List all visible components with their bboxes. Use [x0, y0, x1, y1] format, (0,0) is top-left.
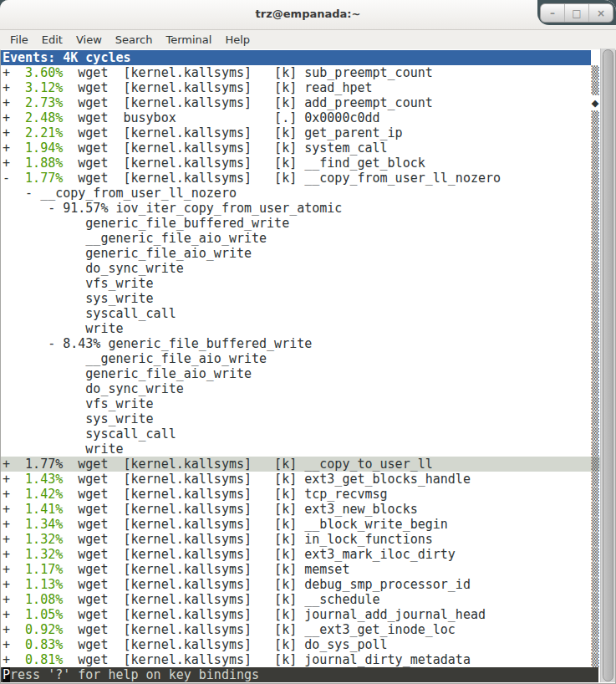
- perf-scroll-track-icon: ▒: [591, 426, 598, 442]
- perf-row-ext3_new_blocks[interactable]: + 1.41% wget [kernel.kallsyms] [k] ext3_…: [3, 502, 615, 517]
- expander-icon: +: [3, 156, 10, 171]
- menu-help[interactable]: Help: [218, 32, 257, 48]
- minimize-button[interactable]: –: [541, 4, 564, 22]
- perf-row-get_parent_ip[interactable]: + 2.21% wget [kernel.kallsyms] [k] get_p…: [3, 125, 615, 140]
- overhead-percent: 2.73%: [10, 95, 63, 110]
- overhead-percent: 1.77%: [10, 457, 63, 472]
- callchain-row[interactable]: sys_write▒: [3, 291, 615, 306]
- perf-scroll-track-icon: ▒: [591, 607, 598, 622]
- callchain-row[interactable]: __generic_file_aio_write▒: [3, 231, 615, 246]
- perf-row-sub_preempt_count[interactable]: + 3.60% wget [kernel.kallsyms] [k] sub_p…: [3, 65, 615, 80]
- perf-scroll-track-icon: ▒: [591, 637, 598, 652]
- menu-file[interactable]: File: [3, 32, 35, 48]
- perf-scroll-track-icon: ▒: [591, 517, 598, 532]
- callchain-row[interactable]: __generic_file_aio_write▒: [3, 351, 615, 366]
- menu-edit[interactable]: Edit: [35, 32, 69, 48]
- perf-row-add_preempt_count[interactable]: + 2.73% wget [kernel.kallsyms] [k] add_p…: [3, 95, 615, 110]
- perf-scroll-position-icon: ◆: [591, 95, 598, 110]
- perf-row-read_hpet[interactable]: + 3.12% wget [kernel.kallsyms] [k] read_…: [3, 80, 615, 95]
- overhead-percent: 3.12%: [10, 80, 63, 95]
- perf-row-ext3_mark_iloc_dirty[interactable]: + 1.32% wget [kernel.kallsyms] [k] ext3_…: [3, 547, 615, 562]
- expander-icon: +: [3, 622, 10, 637]
- callchain-row[interactable]: do_sync_write▒: [3, 381, 615, 396]
- menu-terminal[interactable]: Terminal: [159, 32, 218, 48]
- perf-row-tcp_recvmsg[interactable]: + 1.42% wget [kernel.kallsyms] [k] tcp_r…: [3, 487, 615, 502]
- callchain-text: generic_file_aio_write: [3, 366, 252, 381]
- callchain-row[interactable]: write▒: [3, 442, 615, 457]
- callchain-row[interactable]: sys_write▒: [3, 411, 615, 426]
- perf-row-__block_write_begin[interactable]: + 1.34% wget [kernel.kallsyms] [k] __blo…: [3, 517, 615, 532]
- expander-icon: -: [3, 171, 10, 186]
- expander-icon: +: [3, 637, 10, 652]
- terminal-scrollbar[interactable]: [600, 48, 615, 682]
- expander-icon: +: [3, 140, 10, 156]
- overhead-percent: 1.88%: [10, 156, 63, 171]
- perf-row-__copy_from_user_ll_nozero[interactable]: - 1.77% wget [kernel.kallsyms] [k] __cop…: [3, 171, 615, 186]
- callchain-row[interactable]: generic_file_aio_write▒: [3, 366, 615, 381]
- callchain-text: do_sync_write: [3, 261, 184, 276]
- perf-row-0x0000c0dd[interactable]: + 2.48% wget busybox [.] 0x0000c0dd▒: [3, 110, 615, 125]
- expander-icon: +: [3, 562, 10, 577]
- symbol-text: wget [kernel.kallsyms] [k] ext3_new_bloc…: [63, 502, 417, 517]
- overhead-percent: 1.41%: [10, 502, 63, 517]
- callchain-row[interactable]: syscall_call▒: [3, 306, 615, 321]
- titlebar[interactable]: trz@empanada:~ –□×: [0, 0, 616, 30]
- overhead-percent: 1.32%: [10, 532, 63, 547]
- expander-icon: +: [3, 487, 10, 502]
- perf-row-debug_smp_processor_id[interactable]: + 1.13% wget [kernel.kallsyms] [k] debug…: [3, 577, 615, 592]
- overhead-percent: 1.32%: [10, 547, 63, 562]
- callchain-text: write: [3, 442, 124, 457]
- perf-row-in_lock_functions[interactable]: + 1.32% wget [kernel.kallsyms] [k] in_lo…: [3, 532, 615, 547]
- callchain-text: - 8.43% generic_file_buffered_write: [3, 336, 312, 351]
- callchain-row[interactable]: - __copy_from_user_ll_nozero▒: [3, 186, 615, 201]
- overhead-percent: 1.94%: [10, 140, 63, 156]
- callchain-row[interactable]: generic_file_aio_write▒: [3, 246, 615, 261]
- menu-search[interactable]: Search: [109, 32, 160, 48]
- callchain-row[interactable]: syscall_call▒: [3, 426, 615, 442]
- perf-scroll-track-icon: ▒: [591, 321, 598, 336]
- callchain-row[interactable]: write▒: [3, 321, 615, 336]
- symbol-text: wget busybox [.] 0x0000c0dd: [63, 110, 379, 125]
- perf-row-do_sys_poll[interactable]: + 0.83% wget [kernel.kallsyms] [k] do_sy…: [3, 637, 615, 652]
- menu-view[interactable]: View: [69, 32, 109, 48]
- perf-row-journal_add_journal_head[interactable]: + 1.05% wget [kernel.kallsyms] [k] journ…: [3, 607, 615, 622]
- perf-row-__copy_to_user_ll[interactable]: + 1.77% wget [kernel.kallsyms] [k] __cop…: [1, 457, 600, 472]
- callchain-row[interactable]: - 91.57% iov_iter_copy_from_user_atomic▒: [3, 201, 615, 216]
- perf-scroll-track-icon: ▒: [591, 532, 598, 547]
- perf-row-memset[interactable]: + 1.17% wget [kernel.kallsyms] [k] memse…: [3, 562, 615, 577]
- callchain-row[interactable]: vfs_write▒: [3, 276, 615, 291]
- callchain-row[interactable]: vfs_write▒: [3, 396, 615, 411]
- perf-row-__find_get_block[interactable]: + 1.88% wget [kernel.kallsyms] [k] __fin…: [3, 156, 615, 171]
- symbol-text: wget [kernel.kallsyms] [k] sub_preempt_c…: [63, 65, 433, 80]
- scrollbar-thumb[interactable]: [603, 49, 613, 681]
- expander-icon: +: [3, 95, 10, 110]
- maximize-button[interactable]: □: [564, 4, 588, 22]
- perf-scroll-track-icon: ▒: [591, 487, 598, 502]
- perf-scroll-track-icon: ▒: [591, 125, 598, 140]
- expander-icon: +: [3, 607, 10, 622]
- perf-row-ext3_get_blocks_handle[interactable]: + 1.43% wget [kernel.kallsyms] [k] ext3_…: [3, 472, 615, 487]
- window-title: trz@empanada:~: [0, 8, 616, 20]
- perf-scroll-track-icon: ▒: [591, 442, 598, 457]
- callchain-row[interactable]: - 8.43% generic_file_buffered_write▒: [3, 336, 615, 351]
- callchain-text: __generic_file_aio_write: [3, 231, 267, 246]
- symbol-text: wget [kernel.kallsyms] [k] read_hpet: [63, 80, 372, 95]
- overhead-percent: 1.42%: [10, 487, 63, 502]
- symbol-text: wget [kernel.kallsyms] [k] journal_add_j…: [63, 607, 486, 622]
- close-button[interactable]: ×: [588, 4, 613, 22]
- callchain-text: generic_file_buffered_write: [3, 216, 289, 231]
- callchain-text: - 91.57% iov_iter_copy_from_user_atomic: [3, 201, 342, 216]
- perf-scroll-track-icon: ▒: [591, 396, 598, 411]
- perf-row-journal_dirty_metadata[interactable]: + 0.81% wget [kernel.kallsyms] [k] journ…: [3, 652, 615, 667]
- perf-row-__schedule[interactable]: + 1.08% wget [kernel.kallsyms] [k] __sch…: [3, 592, 615, 607]
- expander-icon: +: [3, 652, 10, 667]
- perf-scroll-track-icon: ▒: [591, 216, 598, 231]
- callchain-row[interactable]: generic_file_buffered_write▒: [3, 216, 615, 231]
- expander-icon: +: [3, 110, 10, 125]
- terminal-cursor: P: [3, 667, 10, 682]
- perf-scroll-track-icon: ▒: [591, 261, 598, 276]
- expander-icon: +: [3, 457, 10, 472]
- perf-row-system_call[interactable]: + 1.94% wget [kernel.kallsyms] [k] syste…: [3, 140, 615, 156]
- perf-row-__ext3_get_inode_loc[interactable]: + 0.92% wget [kernel.kallsyms] [k] __ext…: [3, 622, 615, 637]
- callchain-row[interactable]: do_sync_write▒: [3, 261, 615, 276]
